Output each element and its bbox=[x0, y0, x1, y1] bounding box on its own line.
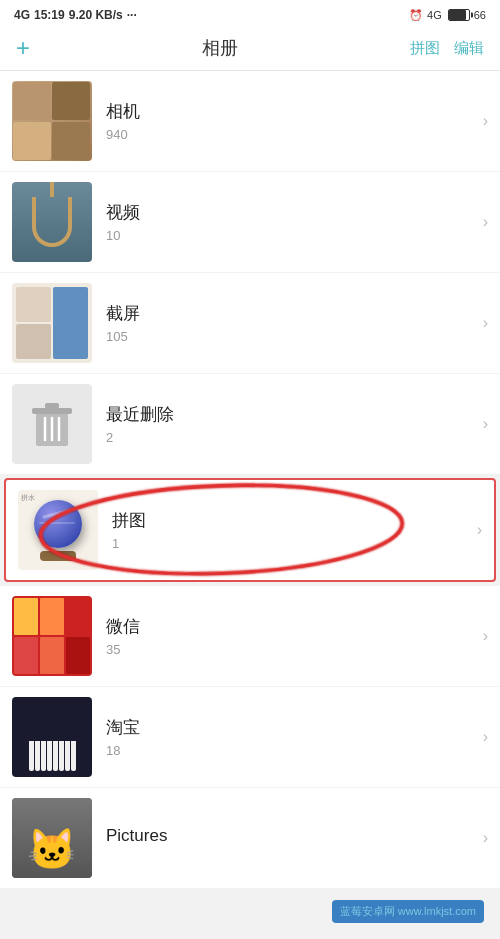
album-thumb-wechat bbox=[12, 596, 92, 676]
wechat-cell-5 bbox=[40, 637, 64, 674]
chevron-icon-camera: › bbox=[483, 112, 488, 130]
album-name-camera: 相机 bbox=[106, 100, 469, 123]
edit-button[interactable]: 编辑 bbox=[454, 39, 484, 58]
album-count-video: 10 bbox=[106, 228, 469, 243]
chevron-icon-video: › bbox=[483, 213, 488, 231]
album-name-pictures: Pictures bbox=[106, 826, 469, 846]
battery-level: 66 bbox=[474, 9, 486, 21]
pintu-overlay-text: 拼水 bbox=[21, 493, 35, 503]
album-count-taobao: 18 bbox=[106, 743, 469, 758]
hook-shape-icon bbox=[32, 197, 72, 247]
svg-rect-2 bbox=[45, 403, 59, 409]
piano-key-6 bbox=[59, 741, 64, 771]
wechat-cell-4 bbox=[14, 637, 38, 674]
album-info-screenshot: 截屏 105 bbox=[92, 302, 483, 344]
network-speed: 9.20 KB/s bbox=[69, 8, 123, 22]
cat-silhouette-icon bbox=[12, 798, 92, 878]
status-left: 4G 15:19 9.20 KB/s ··· bbox=[14, 8, 137, 22]
album-item-wechat[interactable]: 微信 35 › bbox=[0, 586, 500, 686]
globe-ring-2 bbox=[39, 522, 75, 524]
chevron-icon-taobao: › bbox=[483, 728, 488, 746]
watermark-text: 蓝莓安卓网 bbox=[340, 905, 395, 917]
album-info-pictures: Pictures bbox=[92, 826, 483, 850]
chevron-icon-pintu: › bbox=[477, 521, 482, 539]
piano-key-4 bbox=[47, 741, 52, 771]
watermark: 蓝莓安卓网 www.lmkjst.com bbox=[332, 900, 484, 923]
piano-key-5 bbox=[53, 741, 58, 771]
status-bar: 4G 15:19 9.20 KB/s ··· ⏰ 4G 66 bbox=[0, 0, 500, 28]
album-name-pintu: 拼图 bbox=[112, 509, 463, 532]
album-count-pintu: 1 bbox=[112, 536, 463, 551]
ss-cell-3 bbox=[16, 324, 51, 359]
battery-icon bbox=[448, 9, 470, 21]
wechat-cell-3 bbox=[66, 598, 90, 635]
piano-keys-icon bbox=[29, 741, 76, 771]
piano-key-1 bbox=[29, 741, 34, 771]
wechat-cell-2 bbox=[40, 598, 64, 635]
album-thumb-video bbox=[12, 182, 92, 262]
album-name-video: 视频 bbox=[106, 201, 469, 224]
album-thumb-deleted bbox=[12, 384, 92, 464]
album-item-screenshot[interactable]: 截屏 105 › bbox=[0, 273, 500, 373]
album-name-screenshot: 截屏 bbox=[106, 302, 469, 325]
album-item-pictures[interactable]: Pictures › bbox=[0, 788, 500, 888]
album-item-camera[interactable]: 相机 940 › bbox=[0, 71, 500, 171]
toolbar-actions: 拼图 编辑 bbox=[410, 39, 484, 58]
status-right: ⏰ 4G 66 bbox=[409, 9, 486, 22]
time-display: 15:19 bbox=[34, 8, 65, 22]
ss-cell-1 bbox=[16, 287, 51, 322]
album-thumb-taobao bbox=[12, 697, 92, 777]
globe-ring-1 bbox=[42, 508, 72, 519]
album-info-wechat: 微信 35 bbox=[92, 615, 483, 657]
piano-key-7 bbox=[65, 741, 70, 771]
signal-4g-icon: 4G bbox=[427, 9, 442, 21]
album-info-pintu: 拼图 1 bbox=[98, 509, 477, 551]
album-item-taobao[interactable]: 淘宝 18 › bbox=[0, 687, 500, 787]
album-thumb-screenshot bbox=[12, 283, 92, 363]
toolbar: + 相册 拼图 编辑 bbox=[0, 28, 500, 71]
album-item-deleted[interactable]: 最近删除 2 › bbox=[0, 374, 500, 474]
pintu-button[interactable]: 拼图 bbox=[410, 39, 440, 58]
album-info-camera: 相机 940 bbox=[92, 100, 483, 142]
album-thumb-pictures bbox=[12, 798, 92, 878]
album-list: 相机 940 › 视频 10 › 截屏 105 › bbox=[0, 71, 500, 888]
chevron-icon-pictures: › bbox=[483, 829, 488, 847]
album-info-video: 视频 10 bbox=[92, 201, 483, 243]
add-button[interactable]: + bbox=[16, 36, 30, 60]
album-count-wechat: 35 bbox=[106, 642, 469, 657]
album-item-pintu[interactable]: 拼水 拼图 1 › bbox=[4, 478, 496, 582]
album-thumb-pintu: 拼水 bbox=[18, 490, 98, 570]
pintu-stand bbox=[40, 551, 76, 561]
wechat-cell-6 bbox=[66, 637, 90, 674]
signal-icon: 4G bbox=[14, 8, 30, 22]
chevron-icon-screenshot: › bbox=[483, 314, 488, 332]
piano-key-8 bbox=[71, 741, 76, 771]
album-info-deleted: 最近删除 2 bbox=[92, 403, 483, 445]
dots-icon: ··· bbox=[127, 8, 137, 22]
page-title: 相册 bbox=[202, 36, 238, 60]
alarm-icon: ⏰ bbox=[409, 9, 423, 22]
chevron-icon-deleted: › bbox=[483, 415, 488, 433]
watermark-url: www.lmkjst.com bbox=[398, 905, 476, 917]
ss-cell-2 bbox=[53, 287, 88, 359]
piano-key-3 bbox=[41, 741, 46, 771]
album-count-deleted: 2 bbox=[106, 430, 469, 445]
album-info-taobao: 淘宝 18 bbox=[92, 716, 483, 758]
album-item-video[interactable]: 视频 10 › bbox=[0, 172, 500, 272]
trash-icon bbox=[30, 400, 74, 448]
album-name-deleted: 最近删除 bbox=[106, 403, 469, 426]
wechat-cell-1 bbox=[14, 598, 38, 635]
album-count-camera: 940 bbox=[106, 127, 469, 142]
pintu-globe bbox=[34, 500, 82, 548]
album-count-screenshot: 105 bbox=[106, 329, 469, 344]
album-name-taobao: 淘宝 bbox=[106, 716, 469, 739]
album-name-wechat: 微信 bbox=[106, 615, 469, 638]
album-thumb-camera bbox=[12, 81, 92, 161]
piano-key-2 bbox=[35, 741, 40, 771]
chevron-icon-wechat: › bbox=[483, 627, 488, 645]
